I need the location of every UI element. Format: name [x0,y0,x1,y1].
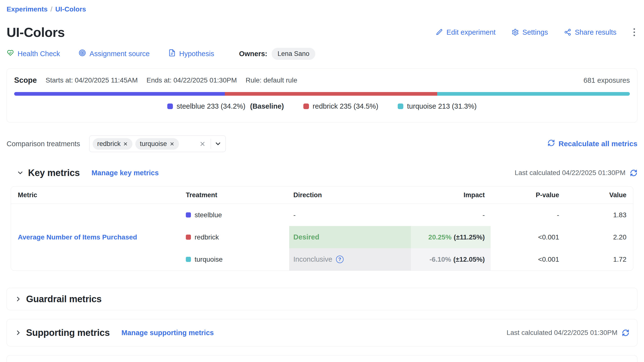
scope-ends-at: Ends at: 04/22/2025 01:30PM [146,76,237,84]
table-row-steelblue-value: 1.83 [566,204,633,226]
breadcrumb-current[interactable]: UI-Colors [55,5,86,13]
settings-button[interactable]: Settings [512,28,548,36]
metric-link[interactable]: Average Number of Items Purchased [18,233,137,241]
help-question-icon[interactable]: ? [336,256,344,263]
treatment-name: steelblue [194,211,222,219]
chip-label: turquoise [140,140,167,148]
key-metrics-header: Key metrics Manage key metrics Last calc… [6,166,638,180]
comparison-treatments-label: Comparison treatments [6,140,80,148]
table-row-steelblue-pvalue: - [490,204,566,226]
allocation-segment-turquoise [437,92,630,96]
impact-confidence-interval: (±11.25%) [454,233,485,241]
chip-redbrick[interactable]: redbrick [93,138,132,150]
allocation-segment-redbrick [225,92,437,96]
allocation-segment-steelblue [14,92,225,96]
table-row-turquoise-impact: -6.10% (±12.05%) [411,248,490,270]
chevron-down-icon[interactable] [214,140,222,147]
scope-starts-at: Starts at: 04/20/2025 11:45AM [46,76,138,84]
refresh-icon[interactable] [622,329,629,337]
hypothesis-label: Hypothesis [179,50,214,58]
supporting-metrics-title: Supporting metrics [26,327,110,338]
steelblue-swatch [167,104,173,109]
hypothesis-link[interactable]: Hypothesis [168,49,214,58]
owners-label: Owners: [239,50,267,58]
experiment-results-page: Experiments / UI-Colors UI-Colors Edit e… [0,0,644,362]
redbrick-swatch [186,235,191,240]
page-title: UI-Colors [6,25,65,40]
table-row-steelblue-impact: - [411,204,490,226]
owners: Owners: Lena Sano [239,48,315,60]
chip-turquoise[interactable]: turquoise [135,138,179,150]
select-divider [211,139,211,149]
share-results-label: Share results [575,28,616,36]
table-row-redbrick-value: 2.20 [566,226,633,248]
table-row-steelblue-direction: - [289,204,411,226]
manage-supporting-metrics-link[interactable]: Manage supporting metrics [122,329,214,337]
direction-desired-label: Desired [293,233,319,241]
breadcrumb: Experiments / UI-Colors [6,5,638,14]
refresh-icon[interactable] [630,169,638,177]
scope-card: Scope Starts at: 04/20/2025 11:45AM Ends… [6,68,638,123]
chevron-right-icon[interactable] [15,295,22,303]
owner-chip[interactable]: Lena Sano [272,48,315,60]
supporting-metrics-card: Supporting metrics Manage supporting met… [6,319,638,346]
table-row-redbrick-direction: Desired [289,226,411,248]
remove-chip-icon[interactable] [170,141,174,146]
share-results-button[interactable]: Share results [564,28,616,36]
table-row-turquoise-treatment: turquoise [182,248,289,270]
heart-check-icon [6,49,14,58]
last-calculated-text: Last calculated 04/22/2025 01:30PM [514,169,626,177]
target-icon [78,49,86,58]
legend-label: steelblue 233 (34.2%) [176,102,245,110]
supporting-last-calculated: Last calculated 04/22/2025 01:30PM [506,329,629,337]
document-icon [168,49,176,58]
comparison-row: Comparison treatments redbrick turquoise… [6,136,638,152]
treatment-name: turquoise [194,256,223,263]
breadcrumb-separator: / [50,5,52,13]
legend-item-steelblue: steelblue 233 (34.2%) (Baseline) [167,102,284,110]
health-check-label: Health Check [18,50,60,58]
remove-chip-icon[interactable] [123,141,128,146]
edit-experiment-button[interactable]: Edit experiment [436,28,496,36]
next-section-card [6,355,638,362]
edit-experiment-label: Edit experiment [446,28,496,36]
more-options-button[interactable] [631,27,638,37]
turquoise-swatch [398,104,403,109]
legend-item-redbrick: redbrick 235 (34.5%) [303,102,378,110]
assignment-source-label: Assignment source [90,50,150,58]
key-metrics-title: Key metrics [28,168,80,178]
recalculate-all-metrics-button[interactable]: Recalculate all metrics [548,139,638,148]
chevron-right-icon[interactable] [15,329,22,336]
key-metrics-card: Metric Treatment Direction Impact P-valu… [11,186,633,271]
health-check-link[interactable]: Health Check [6,49,60,58]
column-header-pvalue: P-value [490,186,566,204]
scope-header: Scope Starts at: 04/20/2025 11:45AM Ends… [14,75,630,86]
column-header-direction: Direction [289,186,411,204]
impact-confidence-interval: (±12.05%) [453,256,485,263]
share-icon [564,29,571,36]
table-row-redbrick-pvalue: <0.001 [490,226,566,248]
scope-title: Scope [14,76,37,85]
breadcrumb-experiments[interactable]: Experiments [6,5,48,13]
refresh-icon [548,139,555,148]
manage-key-metrics-link[interactable]: Manage key metrics [92,169,159,177]
collapse-chevron-down-icon[interactable] [16,169,24,176]
impact-percent: -6.10% [430,256,451,263]
steelblue-swatch [186,212,191,217]
table-row-redbrick-treatment: redbrick [182,226,289,248]
column-header-impact: Impact [411,186,490,204]
comparison-treatments-select[interactable]: redbrick turquoise [89,136,226,152]
settings-label: Settings [522,28,548,36]
legend-label: redbrick 235 (34.5%) [312,102,378,110]
baseline-label: (Baseline) [250,102,284,110]
assignment-source-link[interactable]: Assignment source [78,49,150,58]
guardrail-metrics-card: Guardrail metrics [6,288,638,310]
table-row-redbrick-impact: 20.25% (±11.25%) [411,226,490,248]
last-calculated-text: Last calculated 04/22/2025 01:30PM [506,329,618,337]
column-header-metric: Metric [11,186,182,204]
exposures-count: 681 exposures [584,76,630,85]
impact-percent: 20.25% [428,233,452,241]
clear-selection-icon[interactable] [197,140,208,148]
column-header-treatment: Treatment [182,186,289,204]
recalculate-label: Recalculate all metrics [558,140,638,148]
